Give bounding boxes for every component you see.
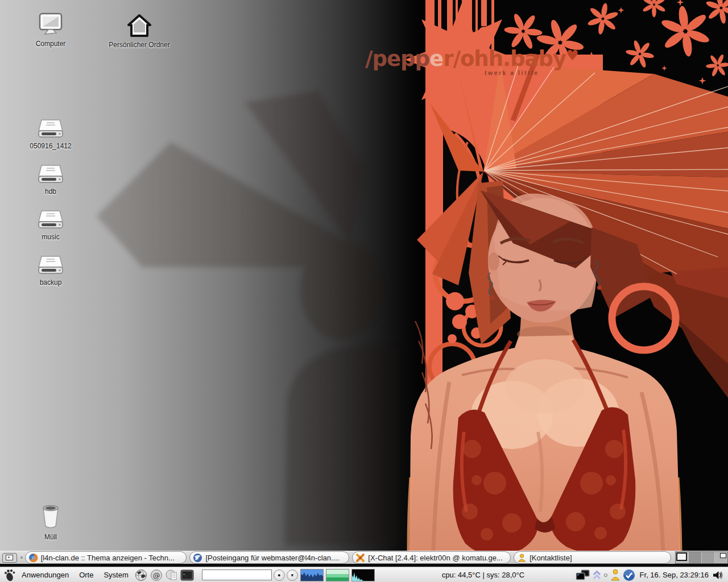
desktop-icon-drive-050916[interactable]: 050916_1412 <box>14 118 88 150</box>
menu-label: System <box>104 571 128 579</box>
home-folder-icon <box>127 14 152 38</box>
window-selector-icon <box>6 555 13 560</box>
dual-monitors-icon[interactable] <box>576 569 590 581</box>
command-entry-input[interactable] <box>202 569 272 580</box>
system-tray <box>573 569 635 581</box>
menu-system[interactable]: System <box>98 567 133 582</box>
harddisk-icon <box>37 164 64 184</box>
buddy-icon <box>517 553 527 563</box>
wallpaper-title-mid: e <box>429 47 443 71</box>
workspace-4[interactable] <box>715 552 727 563</box>
applet-button-dropdown[interactable]: ▾ <box>287 569 298 581</box>
check-badge-icon[interactable] <box>623 569 635 581</box>
wallpaper-title: /pepper/ohh.baby♥ <box>365 47 578 71</box>
window-selector-button[interactable] <box>2 553 17 563</box>
desktop: /pepper/ohh.baby♥ twerk a little <box>0 0 728 551</box>
menu-label: Anwendungen <box>22 571 69 579</box>
network-load-graph[interactable] <box>351 569 375 581</box>
menu-anwendungen[interactable]: Anwendungen <box>16 567 74 582</box>
desktop-icon-drive-backup[interactable]: backup <box>14 255 88 286</box>
temperature-sensors-applet[interactable]: cpu: 44,5°C | sys: 28,0°C <box>442 571 524 579</box>
desktop-icon-computer[interactable]: Computer <box>14 13 88 48</box>
terminal-icon: >_ <box>180 569 194 581</box>
workspace-3[interactable] <box>702 552 715 563</box>
menu-orte[interactable]: Orte <box>74 567 98 582</box>
desktop-icon-drive-hdb[interactable]: hdb <box>14 164 88 196</box>
desktop-icon-label: Computer <box>14 40 88 48</box>
desktop-icon-drive-music[interactable]: music <box>14 209 88 241</box>
workspace-switcher <box>675 551 728 564</box>
computer-monitor-icon <box>37 13 64 36</box>
task-label: [Kontaktliste] <box>530 554 572 562</box>
xchat-icon <box>355 553 365 563</box>
svg-text:@: @ <box>153 571 160 579</box>
memory-usage-graph[interactable] <box>326 569 349 581</box>
tray-dot-icon[interactable] <box>603 573 608 577</box>
desktop-icon-label: Müll <box>14 533 88 541</box>
workspace-window-thumb <box>676 552 687 561</box>
desktop-icon-label: hdb <box>14 188 88 196</box>
workspace-window-thumb <box>720 553 726 558</box>
desktop-icon-label: backup <box>14 278 88 286</box>
task-label: [l4n-clan.de :: Thema anzeigen - Techn..… <box>41 554 175 562</box>
documents-icon <box>166 569 178 581</box>
task-label: [Posteingang für webmaster@l4n-clan.... <box>205 554 339 562</box>
wallpaper-title-right: r/ohh.baby <box>443 47 566 71</box>
desktop-icon-home[interactable]: Persönlicher Ordner <box>102 14 176 49</box>
launcher-email[interactable]: @ <box>150 568 164 581</box>
desktop-screen: /pepper/ohh.baby♥ twerk a little <box>0 0 728 582</box>
task-label: [X-Chat [2.4.4]: elektr00n @ komatu.ge..… <box>368 554 502 562</box>
desktop-icon-trash[interactable]: Müll <box>14 504 88 541</box>
task-button-kontaktliste[interactable]: [Kontaktliste] <box>514 551 671 564</box>
heart-glyph: ♥ <box>566 47 578 64</box>
firefox-icon <box>28 553 38 563</box>
task-button-browser[interactable]: [l4n-clan.de :: Thema anzeigen - Techn..… <box>25 551 187 564</box>
thunderbird-icon <box>193 553 202 563</box>
menu-label: Orte <box>79 571 93 579</box>
wallpaper-tagline: twerk a little <box>485 69 539 76</box>
speaker-icon[interactable] <box>712 569 723 581</box>
gnome-foot-menu-icon[interactable] <box>3 568 16 582</box>
clock-applet[interactable]: Fr, 16. Sep, 23:29:16 <box>640 571 709 579</box>
gnome-panel: Anwendungen Orte System @ <box>0 567 728 582</box>
updates-chevron-icon[interactable] <box>593 569 601 581</box>
buddy-icon[interactable] <box>610 569 621 581</box>
applet-button-dot[interactable]: ● <box>274 569 285 581</box>
cpu-load-graph[interactable] <box>300 569 324 581</box>
task-button-xchat[interactable]: [X-Chat [2.4.4]: elektr00n @ komatu.ge..… <box>352 551 511 564</box>
wallpaper-title-left: /pepp <box>365 47 429 71</box>
workspace-1[interactable] <box>676 552 689 563</box>
desktop-icon-label: Persönlicher Ordner <box>102 41 176 49</box>
harddisk-icon <box>37 255 64 275</box>
trash-icon <box>39 504 62 530</box>
launcher-terminal[interactable]: >_ <box>180 568 195 581</box>
launcher-documents[interactable] <box>165 568 179 581</box>
workspace-2[interactable] <box>689 552 702 563</box>
desktop-icon-label: music <box>14 233 88 241</box>
harddisk-icon <box>37 118 64 139</box>
applet-drag-handle[interactable] <box>20 556 23 559</box>
task-button-mail[interactable]: [Posteingang für webmaster@l4n-clan.... <box>189 551 349 564</box>
harddisk-icon <box>37 209 64 230</box>
wallpaper-art <box>0 0 728 551</box>
taskbar-panel: [l4n-clan.de :: Thema anzeigen - Techn..… <box>0 551 728 567</box>
email-at-icon: @ <box>150 569 163 581</box>
web-browser-icon <box>135 569 147 581</box>
desktop-icon-label: 050916_1412 <box>14 142 88 150</box>
launcher-web-browser[interactable] <box>134 568 148 581</box>
svg-text:>_: >_ <box>183 572 187 576</box>
